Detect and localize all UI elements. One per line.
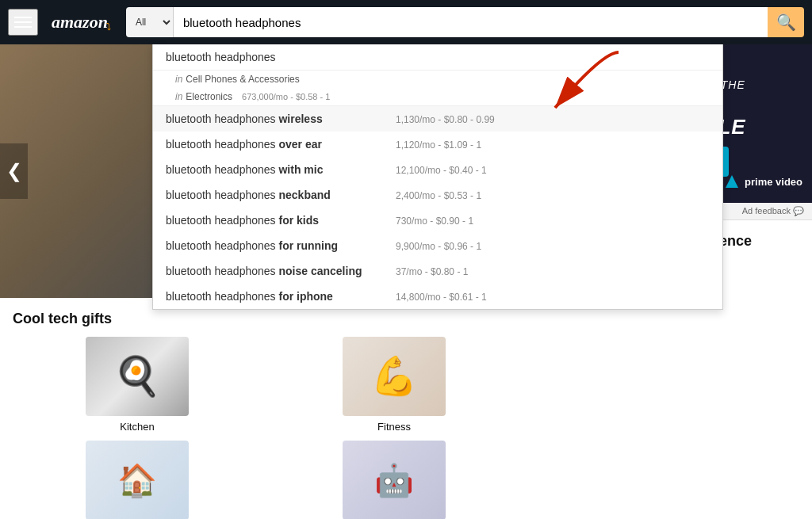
ac-label-wireless: bluetooth headphones wireless (166, 113, 388, 125)
gift-item-smarthome[interactable]: Smart home (13, 441, 262, 519)
ac-label-with-mic: bluetooth headphones with mic (166, 163, 388, 176)
gift-item-kitchen[interactable]: Kitchen (13, 337, 262, 433)
category-select[interactable]: All (126, 7, 174, 37)
ac-label-neckband: bluetooth headphones neckband (166, 189, 388, 201)
ac-label-for-iphone: bluetooth headphones for iphone (166, 290, 388, 303)
kitchen-label: Kitchen (120, 421, 154, 433)
carousel-prev-button[interactable]: ❮ (0, 143, 28, 199)
ac-label-noise-canceling: bluetooth headphones noise canceling (166, 265, 388, 277)
prime-video-logo: prime video (722, 172, 802, 191)
ac-category-electronics[interactable]: in Electronics 673,000/mo - $0.58 - 1 (153, 88, 722, 105)
ac-stats-with-mic: 12,100/mo - $0.40 - 1 (396, 165, 710, 176)
ac-suggestion-neckband[interactable]: bluetooth headphones neckband 2,400/mo -… (153, 182, 722, 208)
ac-category-stats-2: 673,000/mo - $0.58 - 1 (242, 92, 330, 101)
ac-suggestion-with-mic[interactable]: bluetooth headphones with mic 12,100/mo … (153, 157, 722, 182)
ac-label-for-running: bluetooth headphones for running (166, 239, 388, 252)
hamburger-menu[interactable] (8, 9, 38, 36)
ac-stats-over-ear: 1,120/mo - $1.09 - 1 (396, 139, 710, 151)
logo-text: amazon (52, 12, 108, 32)
smarthome-image (86, 441, 189, 519)
ac-category-label-1: Cell Phones & Accessories (186, 74, 299, 85)
search-button[interactable]: 🔍 (768, 7, 804, 37)
ac-suggestion-for-kids[interactable]: bluetooth headphones for kids 730/mo - $… (153, 208, 722, 233)
ac-prefix-2: in (175, 91, 182, 102)
ac-stats-wireless: 1,130/mo - $0.80 - 0.99 (396, 114, 710, 125)
ac-suggestion-over-ear[interactable]: bluetooth headphones over ear 1,120/mo -… (153, 132, 722, 157)
gift-item-under30[interactable]: Under $30 (270, 441, 519, 519)
autocomplete-dropdown: bluetooth headphones in Cell Phones & Ac… (152, 44, 723, 310)
ac-suggestion-noise-canceling[interactable]: bluetooth headphones noise canceling 37/… (153, 258, 722, 284)
under30-image (343, 441, 446, 519)
ac-stats-for-running: 9,900/mo - $0.96 - 1 (396, 241, 710, 252)
section-title: Cool tech gifts (13, 311, 519, 327)
logo-arrow-icon: ⤵ (106, 21, 111, 32)
ac-category-cell-phones[interactable]: in Cell Phones & Accessories (153, 71, 722, 88)
ac-main-item[interactable]: bluetooth headphones (153, 44, 722, 70)
header: amazon ⤵ All 🔍 (0, 0, 812, 44)
ac-stats-for-iphone: 14,800/mo - $0.61 - 1 (396, 292, 710, 303)
prime-video-icon (722, 172, 741, 191)
ac-suggestion-wireless[interactable]: bluetooth headphones wireless 1,130/mo -… (153, 106, 722, 132)
svg-marker-0 (726, 175, 738, 188)
search-icon: 🔍 (776, 13, 796, 32)
ac-label-over-ear: bluetooth headphones over ear (166, 138, 388, 151)
ac-suggestion-for-running[interactable]: bluetooth headphones for running 9,900/m… (153, 233, 722, 258)
ac-prefix-1: in (175, 74, 182, 85)
ac-suggestion-for-iphone[interactable]: bluetooth headphones for iphone 14,800/m… (153, 284, 722, 309)
ac-stats-neckband: 2,400/mo - $0.53 - 1 (396, 190, 710, 201)
gift-item-fitness[interactable]: Fitness (270, 337, 519, 433)
amazon-logo[interactable]: amazon ⤵ (44, 8, 120, 36)
fitness-label: Fitness (377, 421, 411, 433)
search-input[interactable] (174, 7, 768, 37)
ac-category-label-2: Electronics (186, 91, 232, 102)
fitness-image (343, 337, 446, 416)
ac-stats-for-kids: 730/mo - $0.90 - 1 (396, 216, 710, 227)
tech-gifts-section: Cool tech gifts Kitchen Fitness Smart ho… (0, 298, 531, 519)
ac-label-for-kids: bluetooth headphones for kids (166, 214, 388, 227)
search-bar: All 🔍 (126, 7, 804, 37)
gifts-grid: Kitchen Fitness Smart home Under $30 (13, 337, 519, 519)
ac-stats-noise-canceling: 37/mo - $0.80 - 1 (396, 266, 710, 277)
kitchen-image (86, 337, 189, 416)
